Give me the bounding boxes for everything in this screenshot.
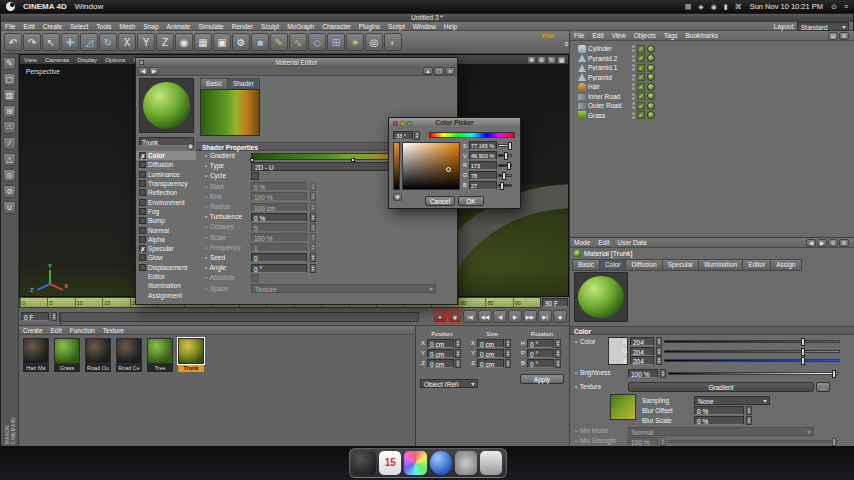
play-button[interactable]: ▶: [508, 310, 522, 323]
mix-strength-field[interactable]: 100 %: [628, 437, 658, 446]
app-menu-item[interactable]: Character: [318, 22, 355, 31]
size-field[interactable]: 0 cm: [477, 339, 504, 348]
slider-knob[interactable]: [507, 162, 511, 170]
object-row[interactable]: Hair: [570, 82, 854, 92]
material-channel[interactable]: Specular: [136, 244, 196, 253]
channel-slider[interactable]: [664, 350, 840, 353]
slider-knob[interactable]: [801, 357, 805, 365]
x-axis-toggle[interactable]: X: [118, 33, 136, 51]
z-axis-toggle[interactable]: Z: [156, 33, 174, 51]
rotation-field[interactable]: 0 °: [527, 359, 554, 368]
field-spinner[interactable]: [555, 359, 561, 368]
object-manager-menu-item[interactable]: Bookmarks: [681, 31, 722, 40]
turbulence-field[interactable]: 0 %: [251, 213, 307, 222]
visibility-dots[interactable]: [632, 45, 635, 53]
magnet-tool-button[interactable]: ∪: [3, 201, 16, 214]
workplane-mode-button[interactable]: ⊞: [3, 105, 16, 118]
material-thumbnail[interactable]: [23, 338, 49, 364]
material-channel[interactable]: Reflection: [136, 188, 196, 197]
attribute-menu-item[interactable]: User Data: [613, 238, 650, 247]
material-item[interactable]: Hair Ma: [23, 338, 51, 372]
field-spinner[interactable]: [746, 416, 752, 425]
material-channel[interactable]: Illumination: [136, 281, 196, 290]
render-settings-button[interactable]: ⚙: [232, 33, 250, 51]
object-manager-menu-item[interactable]: Edit: [588, 31, 607, 40]
object-row[interactable]: Pyramid.2: [570, 54, 854, 64]
pin-icon[interactable]: ▲: [423, 67, 433, 75]
timeline-tick[interactable]: 10: [75, 298, 102, 307]
material-tag-icon[interactable]: [647, 54, 655, 62]
object-name[interactable]: Grass: [588, 112, 630, 119]
photos[interactable]: [404, 451, 426, 475]
channel-checkbox[interactable]: [139, 245, 146, 252]
saturation-value-square[interactable]: [402, 142, 460, 190]
channel-value-field[interactable]: 204: [630, 356, 654, 365]
field-spinner[interactable]: [656, 347, 662, 356]
app-menu-item[interactable]: File: [1, 22, 19, 31]
y-axis-toggle[interactable]: Y: [137, 33, 155, 51]
color-slider[interactable]: [498, 164, 512, 167]
add-camera-button[interactable]: ◎: [365, 33, 383, 51]
material-channel[interactable]: Displacement: [136, 263, 196, 272]
app-menu-item[interactable]: Create: [39, 22, 67, 31]
material-channel[interactable]: Diffusion: [136, 160, 196, 169]
material-preview[interactable]: [574, 272, 628, 322]
material-item[interactable]: Road Ce: [116, 338, 144, 372]
field-spinner[interactable]: [455, 359, 461, 368]
absolute-checkbox[interactable]: [251, 274, 259, 282]
rotation-field[interactable]: 0 °: [527, 339, 554, 348]
timeline-tick[interactable]: 80: [458, 298, 485, 307]
material-thumbnail[interactable]: [116, 338, 142, 364]
phong-tag-icon[interactable]: [637, 64, 645, 72]
phong-tag-icon[interactable]: [637, 92, 645, 100]
field-spinner[interactable]: [555, 349, 561, 358]
brightness-field[interactable]: 100 %: [628, 369, 658, 378]
object-manager-menu-item[interactable]: View: [608, 31, 630, 40]
field-spinner[interactable]: [310, 253, 316, 262]
layout-dropdown[interactable]: Standard: [797, 22, 849, 31]
add-primitive-button[interactable]: ■: [251, 33, 269, 51]
app-menu-item[interactable]: Help: [440, 22, 461, 31]
start-field[interactable]: 0 %: [251, 182, 307, 191]
trash[interactable]: [480, 451, 502, 475]
slider-knob[interactable]: [801, 348, 805, 356]
slider-value-field[interactable]: 173: [469, 161, 497, 170]
shader-preview-image[interactable]: [200, 89, 260, 136]
app-menu-item[interactable]: Edit: [19, 22, 38, 31]
brightness-slider[interactable]: [668, 372, 838, 375]
viewport-camera-label[interactable]: Perspective: [26, 68, 60, 75]
browser[interactable]: [430, 451, 452, 475]
field-spinner[interactable]: [310, 264, 316, 273]
panel-menu-icon[interactable]: ⊞: [839, 32, 849, 40]
field-spinner[interactable]: [656, 356, 662, 365]
attribute-menu-item[interactable]: Mode: [570, 238, 594, 247]
app-menu-item[interactable]: Render: [228, 22, 257, 31]
material-channel[interactable]: Assignment: [136, 290, 196, 299]
material-channel[interactable]: Luminance: [136, 170, 196, 179]
material-thumbnail[interactable]: [147, 338, 173, 364]
slider-knob[interactable]: [504, 152, 508, 160]
field-spinner[interactable]: [660, 437, 666, 446]
history-forward-icon[interactable]: ▶: [817, 239, 827, 247]
close-icon[interactable]: [393, 121, 398, 126]
cancel-button[interactable]: Cancel: [425, 196, 455, 206]
attribute-tab[interactable]: Editor: [743, 259, 771, 271]
color-slider[interactable]: [498, 184, 512, 187]
material-channel[interactable]: Glow: [136, 253, 196, 262]
attribute-tab[interactable]: Specular: [663, 259, 700, 271]
octaves-field[interactable]: 5: [251, 223, 307, 232]
rotation-field[interactable]: 0 °: [527, 349, 554, 358]
visibility-dots[interactable]: [632, 102, 635, 110]
material-item[interactable]: Tree: [147, 338, 175, 372]
position-field[interactable]: 0 cm: [427, 339, 454, 348]
material-tag-icon[interactable]: [647, 92, 655, 100]
slider-knob[interactable]: [832, 438, 836, 446]
texture-mode-button[interactable]: ▨: [3, 89, 16, 102]
screen-color-pick-button[interactable]: ✚: [393, 193, 402, 201]
app-menu-item[interactable]: MoGraph: [283, 22, 318, 31]
phong-tag-icon[interactable]: [637, 83, 645, 91]
render-picture-viewer-button[interactable]: ▣: [213, 33, 231, 51]
channel-slider[interactable]: [664, 340, 840, 343]
record-keyframe-button[interactable]: ◆: [553, 310, 567, 323]
app-menu-item[interactable]: Window: [409, 22, 440, 31]
